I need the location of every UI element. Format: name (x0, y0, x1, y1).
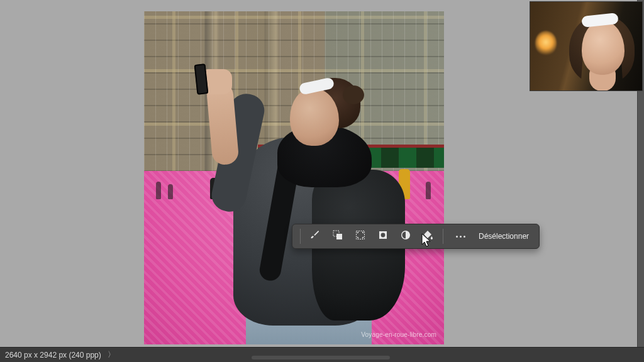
photo-background-awnings (258, 145, 444, 168)
brush-tool-button[interactable] (306, 227, 325, 246)
selection-subtract-button[interactable] (328, 227, 347, 246)
svg-rect-1 (336, 234, 342, 239)
fill-button[interactable] (419, 227, 438, 246)
status-bar-chevron-icon[interactable]: 〉 (108, 349, 115, 360)
selection-subtract-icon (333, 230, 343, 243)
webcam-overlay (530, 1, 643, 91)
status-bar: 2640 px x 2942 px (240 ppp) 〉 (0, 347, 644, 362)
document-dimensions-label: 2640 px x 2942 px (240 ppp) (5, 351, 101, 359)
deselect-button[interactable]: Désélectionner (476, 232, 533, 241)
horizontal-scrollbar[interactable] (252, 356, 390, 359)
brush-icon (310, 230, 320, 243)
photo-background-crowd (144, 166, 444, 199)
photo-watermark: Voyage-en-roue-libre.com (361, 331, 436, 338)
selection-expand-button[interactable] (351, 227, 370, 246)
taskbar-separator (443, 229, 443, 244)
contextual-taskbar: Désélectionner (292, 224, 540, 249)
selection-expand-icon (355, 230, 365, 243)
fill-icon (423, 230, 433, 243)
selection-invert-button[interactable] (374, 227, 392, 246)
feather-mask-button[interactable] (396, 227, 415, 246)
taskbar-separator (300, 229, 301, 244)
more-options-button[interactable] (448, 227, 472, 246)
document-canvas[interactable]: Voyage-en-roue-libre.com (144, 11, 444, 344)
svg-point-4 (381, 233, 386, 238)
feather-mask-icon (401, 230, 411, 243)
webcam-lamp-icon (535, 31, 557, 56)
selection-invert-icon (378, 230, 388, 243)
svg-rect-2 (357, 231, 365, 239)
